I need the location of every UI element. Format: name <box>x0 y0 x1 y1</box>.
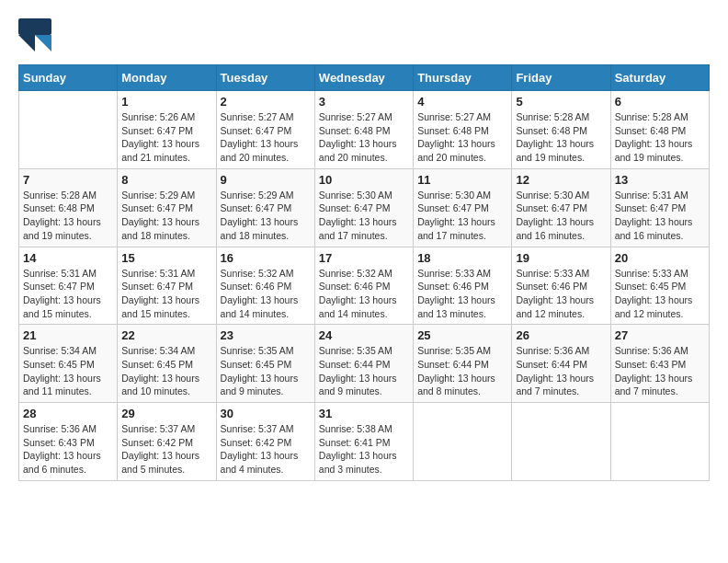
day-info: Sunrise: 5:30 AM Sunset: 6:47 PM Dayligh… <box>516 189 606 243</box>
calendar-cell: 7Sunrise: 5:28 AM Sunset: 6:48 PM Daylig… <box>19 168 118 247</box>
day-info: Sunrise: 5:36 AM Sunset: 6:44 PM Dayligh… <box>516 344 606 398</box>
day-info: Sunrise: 5:33 AM Sunset: 6:45 PM Dayligh… <box>615 267 705 321</box>
calendar-cell: 4Sunrise: 5:27 AM Sunset: 6:48 PM Daylig… <box>414 91 512 169</box>
header-wednesday: Wednesday <box>314 65 413 91</box>
day-number: 7 <box>23 173 113 187</box>
calendar-cell <box>19 91 118 169</box>
day-info: Sunrise: 5:33 AM Sunset: 6:46 PM Dayligh… <box>516 267 606 321</box>
calendar-cell: 29Sunrise: 5:37 AM Sunset: 6:42 PM Dayli… <box>118 403 216 481</box>
day-info: Sunrise: 5:36 AM Sunset: 6:43 PM Dayligh… <box>615 344 705 398</box>
calendar-cell: 22Sunrise: 5:34 AM Sunset: 6:45 PM Dayli… <box>118 325 216 403</box>
day-number: 3 <box>319 95 409 109</box>
calendar-cell: 15Sunrise: 5:31 AM Sunset: 6:47 PM Dayli… <box>118 247 216 325</box>
day-number: 4 <box>417 95 507 109</box>
calendar-cell: 19Sunrise: 5:33 AM Sunset: 6:46 PM Dayli… <box>512 247 610 325</box>
header-saturday: Saturday <box>610 65 709 91</box>
calendar-cell: 16Sunrise: 5:32 AM Sunset: 6:46 PM Dayli… <box>216 247 314 325</box>
calendar-cell: 31Sunrise: 5:38 AM Sunset: 6:41 PM Dayli… <box>314 403 413 481</box>
day-number: 17 <box>319 251 409 265</box>
day-number: 10 <box>319 173 409 187</box>
week-row-2: 7Sunrise: 5:28 AM Sunset: 6:48 PM Daylig… <box>19 168 710 247</box>
day-info: Sunrise: 5:35 AM Sunset: 6:44 PM Dayligh… <box>417 344 507 398</box>
day-number: 31 <box>319 407 409 420</box>
calendar-cell: 11Sunrise: 5:30 AM Sunset: 6:47 PM Dayli… <box>414 168 512 247</box>
day-number: 6 <box>615 95 705 109</box>
day-info: Sunrise: 5:28 AM Sunset: 6:48 PM Dayligh… <box>23 189 113 243</box>
day-info: Sunrise: 5:37 AM Sunset: 6:42 PM Dayligh… <box>221 422 311 477</box>
day-number: 28 <box>23 407 113 420</box>
calendar-cell: 2Sunrise: 5:27 AM Sunset: 6:47 PM Daylig… <box>216 91 314 169</box>
day-info: Sunrise: 5:35 AM Sunset: 6:44 PM Dayligh… <box>319 344 409 398</box>
calendar-cell <box>414 403 512 481</box>
day-number: 19 <box>516 251 606 265</box>
calendar-cell: 26Sunrise: 5:36 AM Sunset: 6:44 PM Dayli… <box>512 325 610 403</box>
calendar-header-row: SundayMondayTuesdayWednesdayThursdayFrid… <box>19 65 710 91</box>
header-friday: Friday <box>512 65 610 91</box>
day-number: 26 <box>516 328 606 342</box>
day-number: 12 <box>516 173 606 187</box>
svg-marker-2 <box>18 35 35 52</box>
day-number: 15 <box>121 251 211 265</box>
calendar-cell: 12Sunrise: 5:30 AM Sunset: 6:47 PM Dayli… <box>512 168 610 247</box>
day-info: Sunrise: 5:29 AM Sunset: 6:47 PM Dayligh… <box>121 189 211 243</box>
day-info: Sunrise: 5:31 AM Sunset: 6:47 PM Dayligh… <box>615 189 705 243</box>
day-number: 30 <box>221 407 311 420</box>
day-info: Sunrise: 5:26 AM Sunset: 6:47 PM Dayligh… <box>121 110 211 165</box>
calendar-cell <box>610 403 709 481</box>
day-number: 11 <box>417 173 507 187</box>
day-number: 9 <box>221 173 311 187</box>
week-row-3: 14Sunrise: 5:31 AM Sunset: 6:47 PM Dayli… <box>19 247 710 325</box>
svg-marker-1 <box>35 35 51 52</box>
week-row-5: 28Sunrise: 5:36 AM Sunset: 6:43 PM Dayli… <box>19 403 710 481</box>
day-number: 25 <box>417 328 507 342</box>
calendar-cell: 20Sunrise: 5:33 AM Sunset: 6:45 PM Dayli… <box>610 247 709 325</box>
calendar-cell <box>512 403 610 481</box>
header-sunday: Sunday <box>19 65 118 91</box>
day-number: 27 <box>615 328 705 342</box>
day-number: 13 <box>615 173 705 187</box>
day-info: Sunrise: 5:31 AM Sunset: 6:47 PM Dayligh… <box>121 267 211 321</box>
day-number: 22 <box>121 328 211 342</box>
day-info: Sunrise: 5:30 AM Sunset: 6:47 PM Dayligh… <box>417 189 507 243</box>
svg-rect-0 <box>18 18 51 35</box>
calendar-cell: 28Sunrise: 5:36 AM Sunset: 6:43 PM Dayli… <box>19 403 118 481</box>
calendar-cell: 10Sunrise: 5:30 AM Sunset: 6:47 PM Dayli… <box>314 168 413 247</box>
week-row-4: 21Sunrise: 5:34 AM Sunset: 6:45 PM Dayli… <box>19 325 710 403</box>
day-number: 8 <box>121 173 211 187</box>
day-info: Sunrise: 5:37 AM Sunset: 6:42 PM Dayligh… <box>121 422 211 477</box>
day-info: Sunrise: 5:27 AM Sunset: 6:48 PM Dayligh… <box>319 110 409 165</box>
day-info: Sunrise: 5:34 AM Sunset: 6:45 PM Dayligh… <box>121 344 211 398</box>
day-number: 14 <box>23 251 113 265</box>
day-info: Sunrise: 5:28 AM Sunset: 6:48 PM Dayligh… <box>516 110 606 165</box>
calendar-cell: 3Sunrise: 5:27 AM Sunset: 6:48 PM Daylig… <box>314 91 413 169</box>
day-info: Sunrise: 5:30 AM Sunset: 6:47 PM Dayligh… <box>319 189 409 243</box>
logo <box>18 18 55 55</box>
header-thursday: Thursday <box>414 65 512 91</box>
day-info: Sunrise: 5:27 AM Sunset: 6:48 PM Dayligh… <box>417 110 507 165</box>
calendar-cell: 9Sunrise: 5:29 AM Sunset: 6:47 PM Daylig… <box>216 168 314 247</box>
header-monday: Monday <box>118 65 216 91</box>
day-info: Sunrise: 5:35 AM Sunset: 6:45 PM Dayligh… <box>221 344 311 398</box>
day-number: 5 <box>516 95 606 109</box>
day-number: 16 <box>221 251 311 265</box>
day-info: Sunrise: 5:33 AM Sunset: 6:46 PM Dayligh… <box>417 267 507 321</box>
page-header <box>18 18 710 55</box>
day-number: 29 <box>121 407 211 420</box>
day-info: Sunrise: 5:27 AM Sunset: 6:47 PM Dayligh… <box>221 110 311 165</box>
day-info: Sunrise: 5:36 AM Sunset: 6:43 PM Dayligh… <box>23 422 113 477</box>
calendar-cell: 25Sunrise: 5:35 AM Sunset: 6:44 PM Dayli… <box>414 325 512 403</box>
day-number: 24 <box>319 328 409 342</box>
calendar-cell: 14Sunrise: 5:31 AM Sunset: 6:47 PM Dayli… <box>19 247 118 325</box>
calendar-cell: 13Sunrise: 5:31 AM Sunset: 6:47 PM Dayli… <box>610 168 709 247</box>
logo-icon <box>18 18 51 52</box>
day-number: 2 <box>221 95 311 109</box>
day-number: 1 <box>121 95 211 109</box>
calendar-cell: 23Sunrise: 5:35 AM Sunset: 6:45 PM Dayli… <box>216 325 314 403</box>
day-info: Sunrise: 5:31 AM Sunset: 6:47 PM Dayligh… <box>23 267 113 321</box>
day-info: Sunrise: 5:34 AM Sunset: 6:45 PM Dayligh… <box>23 344 113 398</box>
day-info: Sunrise: 5:32 AM Sunset: 6:46 PM Dayligh… <box>221 267 311 321</box>
day-number: 21 <box>23 328 113 342</box>
day-number: 20 <box>615 251 705 265</box>
calendar-cell: 6Sunrise: 5:28 AM Sunset: 6:48 PM Daylig… <box>610 91 709 169</box>
calendar-cell: 18Sunrise: 5:33 AM Sunset: 6:46 PM Dayli… <box>414 247 512 325</box>
